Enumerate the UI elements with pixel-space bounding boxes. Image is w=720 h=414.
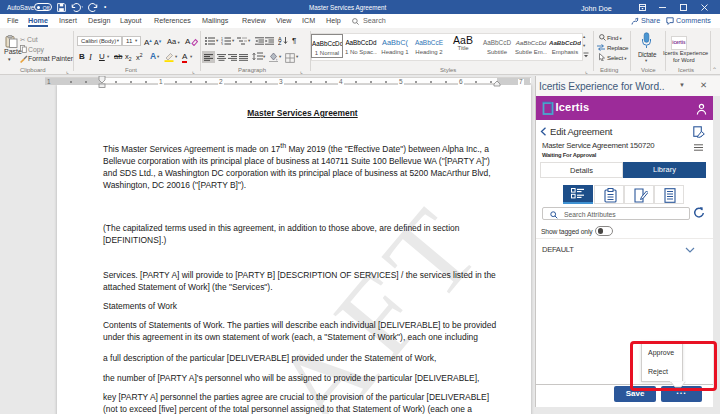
svg-text:3: 3 — [221, 43, 223, 46]
